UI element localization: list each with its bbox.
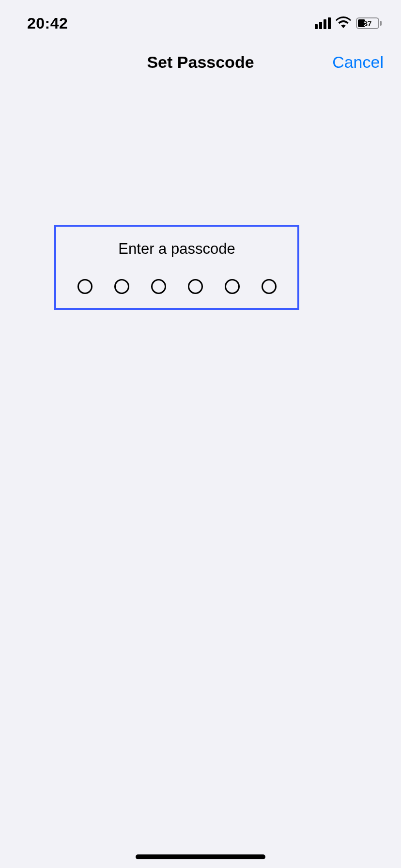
- passcode-dot: [114, 279, 129, 294]
- passcode-dot: [262, 279, 277, 294]
- passcode-dots: [77, 279, 277, 294]
- home-indicator[interactable]: [136, 854, 265, 859]
- passcode-dot: [77, 279, 93, 294]
- status-bar: 20:42 37: [0, 0, 401, 35]
- cancel-button[interactable]: Cancel: [332, 53, 384, 72]
- navigation-bar: Set Passcode Cancel: [0, 41, 401, 83]
- passcode-dot: [151, 279, 166, 294]
- passcode-dot: [188, 279, 203, 294]
- battery-icon: 37: [356, 17, 382, 29]
- passcode-entry-area[interactable]: Enter a passcode: [54, 225, 299, 310]
- passcode-prompt: Enter a passcode: [118, 240, 235, 258]
- status-time: 20:42: [27, 15, 68, 32]
- cellular-icon: [315, 17, 331, 29]
- page-title: Set Passcode: [147, 53, 254, 72]
- passcode-dot: [225, 279, 240, 294]
- wifi-icon: [336, 16, 351, 30]
- status-indicators: 37: [315, 16, 382, 30]
